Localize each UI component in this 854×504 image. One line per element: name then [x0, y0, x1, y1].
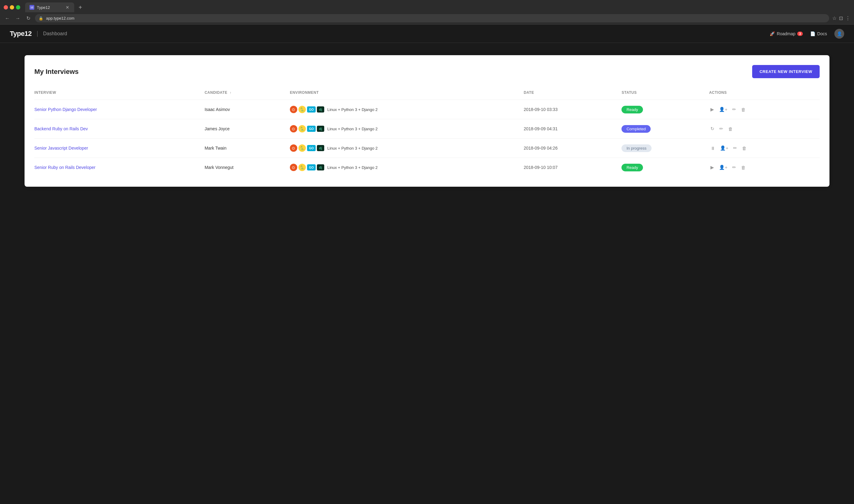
delete-button[interactable]: 🗑 — [741, 144, 748, 152]
status-cell: Ready — [622, 100, 709, 119]
menu-button[interactable]: ⋮ — [846, 15, 850, 21]
edit-button[interactable]: ✏ — [732, 144, 738, 152]
docs-nav-item[interactable]: 📄 Docs — [810, 31, 827, 36]
status-cell: In progress — [622, 139, 709, 158]
delete-button[interactable]: 🗑 — [740, 106, 747, 113]
python-icon: 🐍 — [298, 164, 306, 171]
cast-button[interactable]: ⊡ — [839, 15, 843, 21]
status-badge: Completed — [622, 125, 651, 133]
python-icon: 🐍 — [298, 125, 306, 132]
go-icon: GO — [307, 145, 316, 151]
ubuntu-icon: ⊙ — [290, 144, 297, 152]
url-input[interactable] — [35, 14, 829, 22]
table-row: Senior Ruby on Rails DeveloperMark Vonne… — [34, 158, 820, 177]
env-icons: ⊙ 🐍 GO dj Linux + Python 3 + Django 2 — [290, 144, 519, 152]
edit-button[interactable]: ✏ — [731, 163, 737, 172]
interviews-table: INTERVIEW CANDIDATE ↑ ENVIRONMENT DATE S… — [34, 88, 820, 177]
interviews-card: My Interviews CREATE NEW INTERVIEW INTER… — [24, 55, 830, 187]
card-header: My Interviews CREATE NEW INTERVIEW — [34, 65, 820, 78]
env-icons: ⊙ 🐍 GO dj Linux + Python 3 + Django 2 — [290, 125, 519, 132]
go-icon: GO — [307, 164, 316, 170]
env-icons: ⊙ 🐍 GO dj Linux + Python 3 + Django 2 — [290, 106, 519, 113]
docs-label: Docs — [817, 31, 827, 36]
python-icon: 🐍 — [298, 144, 306, 152]
table-header: INTERVIEW CANDIDATE ↑ ENVIRONMENT DATE S… — [34, 88, 820, 100]
browser-actions: ☆ ⊡ ⋮ — [832, 15, 850, 21]
environment-cell: ⊙ 🐍 GO dj Linux + Python 3 + Django 2 — [290, 158, 524, 177]
add-candidate-button[interactable]: 👤+ — [719, 144, 730, 152]
environment-cell: ⊙ 🐍 GO dj Linux + Python 3 + Django 2 — [290, 139, 524, 158]
col-candidate[interactable]: CANDIDATE ↑ — [205, 88, 290, 100]
status-badge: In progress — [622, 144, 651, 152]
env-icons: ⊙ 🐍 GO dj Linux + Python 3 + Django 2 — [290, 164, 519, 171]
status-badge: Ready — [622, 164, 643, 172]
tab-favicon: 12 — [30, 5, 34, 10]
address-bar: ← → ↻ 🔒 ☆ ⊡ ⋮ — [0, 12, 854, 24]
candidate-name: James Joyce — [205, 119, 290, 139]
bookmark-button[interactable]: ☆ — [832, 15, 837, 21]
actions-cell: ↻ ✏ 🗑 — [709, 119, 820, 139]
date-cell: 2018-09-09 04:31 — [524, 119, 622, 139]
delete-button[interactable]: 🗑 — [727, 125, 734, 133]
interview-link[interactable]: Senior Ruby on Rails Developer — [34, 165, 95, 170]
interview-link[interactable]: Backend Ruby on Rails Dev — [34, 126, 88, 131]
col-environment: ENVIRONMENT — [290, 88, 524, 100]
col-date: DATE — [524, 88, 622, 100]
django-icon: dj — [317, 106, 324, 112]
play-button[interactable]: ▶ — [709, 163, 715, 172]
tab-close-button[interactable]: ✕ — [65, 5, 70, 10]
app-header: Type12 | Dashboard 🚀 Roadmap 3 📄 Docs 👤 — [0, 24, 854, 43]
edit-button[interactable]: ✏ — [718, 125, 725, 133]
environment-cell: ⊙ 🐍 GO dj Linux + Python 3 + Django 2 — [290, 119, 524, 139]
sort-icon: ↑ — [230, 91, 232, 94]
avatar-icon: 👤 — [837, 31, 842, 36]
avatar[interactable]: 👤 — [834, 29, 844, 39]
window-controls — [4, 5, 20, 10]
env-label: Linux + Python 3 + Django 2 — [327, 146, 378, 150]
rocket-icon: 🚀 — [770, 31, 775, 36]
forward-button[interactable]: → — [14, 15, 21, 22]
env-label: Linux + Python 3 + Django 2 — [327, 107, 378, 112]
docs-icon: 📄 — [810, 31, 815, 36]
python-icon: 🐍 — [298, 106, 306, 113]
main-content: My Interviews CREATE NEW INTERVIEW INTER… — [0, 43, 854, 199]
add-candidate-button[interactable]: 👤+ — [718, 163, 729, 172]
minimize-window-button[interactable] — [10, 5, 14, 10]
date-cell: 2018-09-10 03:33 — [524, 100, 622, 119]
url-container: 🔒 — [35, 14, 829, 22]
date-cell: 2018-09-09 04:26 — [524, 139, 622, 158]
ubuntu-icon: ⊙ — [290, 106, 297, 113]
create-interview-button[interactable]: CREATE NEW INTERVIEW — [752, 65, 820, 78]
environment-cell: ⊙ 🐍 GO dj Linux + Python 3 + Django 2 — [290, 100, 524, 119]
interview-link[interactable]: Senior Python Django Developer — [34, 107, 97, 112]
roadmap-badge: 3 — [797, 32, 803, 36]
candidate-name: Isaac Asimov — [205, 100, 290, 119]
env-label: Linux + Python 3 + Django 2 — [327, 165, 378, 170]
delete-button[interactable]: 🗑 — [740, 164, 747, 172]
table-body: Senior Python Django DeveloperIsaac Asim… — [34, 100, 820, 177]
ubuntu-icon: ⊙ — [290, 164, 297, 171]
maximize-window-button[interactable] — [16, 5, 20, 10]
tab-title: Type12 — [37, 5, 63, 10]
status-cell: Ready — [622, 158, 709, 177]
close-window-button[interactable] — [4, 5, 8, 10]
table-row: Senior Python Django DeveloperIsaac Asim… — [34, 100, 820, 119]
go-icon: GO — [307, 126, 316, 132]
ubuntu-icon: ⊙ — [290, 125, 297, 132]
edit-button[interactable]: ✏ — [731, 106, 737, 113]
django-icon: dj — [317, 126, 324, 132]
card-title: My Interviews — [34, 68, 79, 76]
back-button[interactable]: ← — [4, 15, 11, 22]
header-divider: | — [36, 30, 38, 37]
new-tab-button[interactable]: + — [77, 4, 84, 11]
reload-button[interactable]: ↻ — [24, 15, 32, 22]
pause-button[interactable]: ⏸ — [709, 144, 716, 152]
add-candidate-button[interactable]: 👤+ — [718, 106, 729, 113]
play-button[interactable]: ▶ — [709, 106, 715, 113]
roadmap-nav-item[interactable]: 🚀 Roadmap 3 — [770, 31, 803, 36]
interview-link[interactable]: Senior Javascript Developer — [34, 146, 88, 150]
replay-button[interactable]: ↻ — [709, 125, 716, 133]
browser-tab[interactable]: 12 Type12 ✕ — [25, 2, 74, 12]
col-status: STATUS — [622, 88, 709, 100]
tab-bar: 12 Type12 ✕ + — [0, 0, 854, 12]
